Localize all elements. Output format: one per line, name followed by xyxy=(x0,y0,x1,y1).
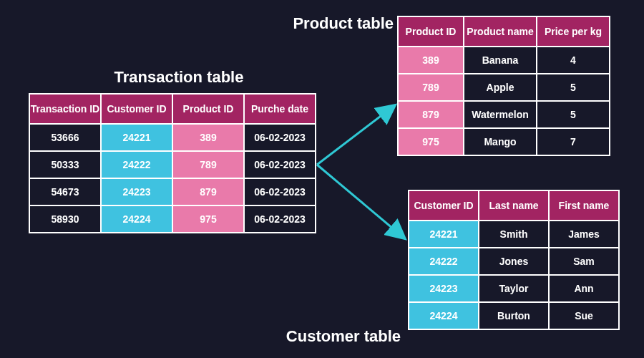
cell: 879 xyxy=(172,178,244,205)
col-customer-id: Customer ID xyxy=(409,190,479,221)
customer-table: Customer ID Last name First name 24221 S… xyxy=(408,190,620,330)
cell: 50333 xyxy=(29,151,101,178)
product-table-title: Product table xyxy=(265,14,394,33)
table-header-row: Transaction ID Customer ID Product ID Pu… xyxy=(29,94,316,124)
cell: 5 xyxy=(537,101,610,128)
table-row: 54673 24223 879 06-02-2023 xyxy=(29,178,316,205)
cell: 975 xyxy=(398,128,464,155)
table-header-row: Product ID Product name Price per kg xyxy=(398,16,610,47)
table-row: 24221 Smith James xyxy=(409,221,619,248)
table-row: 789 Apple 5 xyxy=(398,74,610,101)
cell: Banana xyxy=(464,47,537,74)
cell: Mango xyxy=(464,128,537,155)
table-header-row: Customer ID Last name First name xyxy=(409,190,619,221)
cell: Jones xyxy=(479,248,549,275)
cell: Watermelon xyxy=(464,101,537,128)
cell: 879 xyxy=(398,101,464,128)
cell: 54673 xyxy=(29,178,101,205)
col-first-name: First name xyxy=(549,190,619,221)
cell: 24222 xyxy=(409,248,479,275)
cell: 24223 xyxy=(101,178,172,205)
col-purchase-date: Purche date xyxy=(244,94,316,124)
product-table: Product ID Product name Price per kg 389… xyxy=(397,16,610,156)
cell: 58930 xyxy=(29,205,101,233)
cell: James xyxy=(549,221,619,248)
cell: 06-02-2023 xyxy=(244,124,316,151)
table-row: 389 Banana 4 xyxy=(398,47,610,74)
cell: 5 xyxy=(537,74,610,101)
table-row: 50333 24222 789 06-02-2023 xyxy=(29,151,316,178)
transaction-table: Transaction ID Customer ID Product ID Pu… xyxy=(29,93,316,233)
table-row: 24223 Taylor Ann xyxy=(409,275,619,302)
cell: 24223 xyxy=(409,275,479,302)
col-price-per-kg: Price per kg xyxy=(537,16,610,47)
table-row: 53666 24221 389 06-02-2023 xyxy=(29,124,316,151)
arrow-to-product-icon xyxy=(317,107,392,165)
cell: Sue xyxy=(549,302,619,329)
cell: 24221 xyxy=(101,124,172,151)
cell: 24224 xyxy=(101,205,172,233)
table-row: 24222 Jones Sam xyxy=(409,248,619,275)
cell: 06-02-2023 xyxy=(244,178,316,205)
cell: 789 xyxy=(398,74,464,101)
cell: Ann xyxy=(549,275,619,302)
customer-table-title: Customer table xyxy=(272,327,401,346)
cell: Apple xyxy=(464,74,537,101)
cell: Taylor xyxy=(479,275,549,302)
col-product-name: Product name xyxy=(464,16,537,47)
cell: 24222 xyxy=(101,151,172,178)
col-last-name: Last name xyxy=(479,190,549,221)
col-transaction-id: Transaction ID xyxy=(29,94,101,124)
cell: 24224 xyxy=(409,302,479,329)
transaction-table-title: Transaction table xyxy=(72,68,286,87)
cell: 975 xyxy=(172,205,244,233)
cell: 789 xyxy=(172,151,244,178)
col-product-id: Product ID xyxy=(398,16,464,47)
table-row: 879 Watermelon 5 xyxy=(398,101,610,128)
col-customer-id: Customer ID xyxy=(101,94,172,124)
table-row: 24224 Burton Sue xyxy=(409,302,619,329)
cell: 389 xyxy=(398,47,464,74)
cell: 24221 xyxy=(409,221,479,248)
cell: Sam xyxy=(549,248,619,275)
cell: Burton xyxy=(479,302,549,329)
cell: 4 xyxy=(537,47,610,74)
cell: 06-02-2023 xyxy=(244,151,316,178)
cell: 7 xyxy=(537,128,610,155)
cell: Smith xyxy=(479,221,549,248)
table-row: 58930 24224 975 06-02-2023 xyxy=(29,205,316,233)
cell: 389 xyxy=(172,124,244,151)
col-product-id: Product ID xyxy=(172,94,244,124)
cell: 06-02-2023 xyxy=(244,205,316,233)
cell: 53666 xyxy=(29,124,101,151)
arrow-to-customer-icon xyxy=(317,165,402,236)
table-row: 975 Mango 7 xyxy=(398,128,610,155)
